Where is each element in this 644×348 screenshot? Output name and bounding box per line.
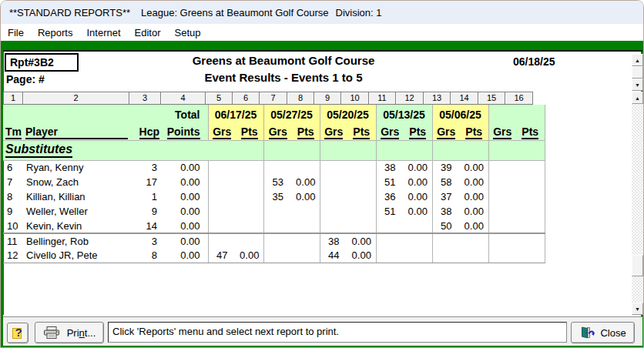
cell-pts-1: 0.00 — [236, 248, 263, 263]
column-header-9[interactable]: 9 — [314, 92, 341, 105]
grs-header-6: Grs — [488, 122, 516, 140]
header-scrollbar: ▲ ▼ — [632, 54, 643, 91]
column-header-12[interactable]: 12 — [395, 92, 424, 105]
cell-points: 0.00 — [163, 160, 208, 175]
dates-header-row: Total06/17/2505/27/2505/20/2505/13/2505/… — [3, 105, 545, 122]
event-date-6 — [488, 105, 545, 122]
grs-header-1: Grs — [208, 122, 236, 140]
player-row: 12Civello JR, Pete80.00470.00440.00 — [3, 248, 545, 263]
pts-header-3: Pts — [347, 122, 376, 140]
grid-scrollbar[interactable]: ▲ ▼ — [632, 92, 643, 315]
column-header-4[interactable]: 4 — [160, 92, 206, 105]
grid-scroll-up-icon[interactable]: ▲ — [632, 92, 643, 104]
column-header-16[interactable]: 16 — [505, 92, 533, 105]
cell-grs-1 — [208, 219, 236, 233]
cell-tm: 9 — [3, 204, 23, 219]
event-date-3: 05/20/25 — [320, 105, 376, 122]
header-scrollbar-thumb[interactable] — [632, 66, 643, 79]
column-header-6[interactable]: 6 — [232, 92, 260, 105]
report-subtitle: Event Results - Events 1 to 5 — [3, 71, 564, 84]
cell-pts-5: 0.00 — [460, 160, 488, 175]
cell-pts-6 — [516, 233, 545, 248]
grs-header-4-label: Grs — [381, 125, 399, 139]
player-row: 9Weller, Weller90.00510.00380.00 — [3, 204, 545, 219]
cell-grs-5 — [432, 233, 460, 248]
exit-door-icon — [579, 326, 595, 339]
cell-grs-3: 38 — [320, 233, 347, 248]
event-date-2: 05/27/25 — [263, 105, 320, 122]
cell-tm: 7 — [3, 175, 23, 189]
close-button[interactable]: Close — [571, 322, 635, 343]
player-row: 8Killian, Killian10.00350.00360.00370.00 — [3, 189, 545, 204]
cell-grs-6 — [488, 189, 516, 204]
pts-header-4: Pts — [404, 122, 432, 140]
cell-points: 0.00 — [163, 189, 208, 204]
cell-pts-1 — [236, 204, 263, 219]
column-header-8[interactable]: 8 — [287, 92, 314, 105]
column-header-7[interactable]: 7 — [259, 92, 287, 105]
column-header-10[interactable]: 10 — [340, 92, 369, 105]
cell-pts-6 — [516, 160, 545, 175]
cell-pts-3 — [347, 175, 376, 189]
cell-tm: 10 — [3, 219, 23, 233]
cell-grs-6 — [488, 219, 516, 233]
cell-points: 0.00 — [163, 204, 208, 219]
menu-bar: FileReportsInternetEditorSetup — [1, 24, 643, 41]
cell-hcp: 3 — [130, 233, 163, 248]
column-number-row: 12345678910111213141516 — [3, 92, 533, 105]
cell-grs-4 — [376, 248, 404, 263]
menu-item-setup[interactable]: Setup — [168, 25, 208, 40]
cell-pts-3 — [347, 219, 376, 233]
cell-pts-3 — [347, 160, 376, 175]
event-date-4: 05/13/25 — [376, 105, 432, 122]
header-scroll-up-icon[interactable]: ▲ — [632, 54, 643, 66]
cell-pts-4 — [404, 219, 432, 233]
cell-grs-1 — [208, 204, 236, 219]
cell-tm: 6 — [3, 160, 23, 175]
cell-tm: 12 — [3, 248, 23, 263]
cell-pts-2 — [292, 233, 320, 248]
window-title: **STANDARD REPORTS** — [9, 7, 130, 18]
cell-grs-2: 53 — [263, 175, 292, 189]
menu-item-file[interactable]: File — [1, 25, 31, 40]
grs-header-5: Grs — [432, 122, 460, 140]
print-button[interactable]: Print... — [35, 322, 104, 343]
window-division-label: Division: 1 — [336, 7, 382, 18]
column-header-2[interactable]: 2 — [22, 92, 129, 105]
header-scroll-down-icon[interactable]: ▼ — [632, 79, 643, 91]
tm-header: Tm — [3, 122, 23, 140]
cell-player: Killian, Killian — [23, 189, 130, 204]
cell-grs-3 — [320, 160, 347, 175]
grs-header-3: Grs — [320, 122, 347, 140]
cell-pts-4: 0.00 — [404, 204, 432, 219]
cell-points: 0.00 — [163, 233, 208, 248]
column-header-14[interactable]: 14 — [450, 92, 478, 105]
cell-grs-5 — [432, 248, 460, 263]
cell-grs-1 — [208, 189, 236, 204]
column-header-13[interactable]: 13 — [423, 92, 451, 105]
cell-grs-2 — [263, 219, 292, 233]
grid-scrollbar-thumb[interactable] — [632, 255, 643, 276]
menu-item-reports[interactable]: Reports — [31, 25, 80, 40]
cell-grs-3: 44 — [320, 248, 347, 263]
title-bar[interactable]: **STANDARD REPORTS** League: Greens at B… — [1, 1, 643, 24]
column-header-11[interactable]: 11 — [368, 92, 396, 105]
cell-pts-2 — [292, 219, 320, 233]
pts-header-5: Pts — [460, 122, 488, 140]
grs-header-6-label: Grs — [493, 125, 512, 139]
column-header-1[interactable]: 1 — [3, 92, 23, 105]
tm-header-label: Tm — [5, 125, 22, 139]
column-header-3[interactable]: 3 — [129, 92, 161, 105]
cell-pts-4: 0.00 — [404, 160, 432, 175]
cell-pts-6 — [516, 189, 545, 204]
cell-grs-3 — [320, 175, 347, 189]
grid-scroll-down-icon[interactable]: ▼ — [632, 303, 643, 315]
help-button[interactable]: ? — [7, 323, 29, 343]
menu-item-internet[interactable]: Internet — [79, 25, 127, 40]
menu-item-editor[interactable]: Editor — [128, 25, 168, 40]
column-header-5[interactable]: 5 — [205, 92, 233, 105]
cell-hcp: 1 — [130, 189, 163, 204]
pts-header-2: Pts — [292, 122, 320, 140]
section-spacer-2 — [263, 140, 320, 160]
column-header-15[interactable]: 15 — [478, 92, 505, 105]
